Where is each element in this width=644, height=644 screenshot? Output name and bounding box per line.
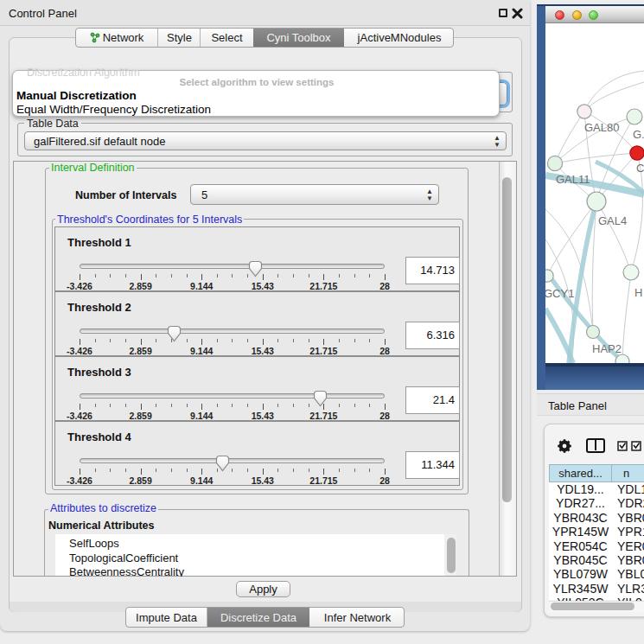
table-data-combo[interactable]: galFiltered.sif default node ▲▼ — [24, 131, 507, 150]
svg-text:C: C — [636, 162, 644, 175]
cytoscape-screen: Control Panel Network Style Select Cyni … — [0, 0, 644, 644]
float-icon[interactable] — [499, 9, 507, 17]
popup-equal[interactable]: Equal Width/Frequency Discretization — [16, 103, 211, 116]
vscroll-thumb — [502, 177, 512, 502]
threshold-1: Threshold 1-3.4262.8599.14415.4321.71528… — [54, 226, 460, 291]
network-window: GAL80 G.. C GAL11 GAL4 GCY1 H HAP2 — [537, 4, 644, 390]
apply-button[interactable]: Apply — [236, 581, 290, 597]
network-titlebar — [545, 6, 644, 23]
close-icon[interactable] — [512, 8, 523, 19]
split-icon[interactable] — [586, 438, 605, 453]
svg-text:GAL80: GAL80 — [584, 121, 619, 134]
table-panel-titlebar: Table Panel — [537, 393, 644, 416]
threshold-2: Threshold 2-3.4262.8599.14415.4321.71528… — [54, 291, 460, 356]
intervals-combo[interactable]: 5 ▲▼ — [190, 184, 439, 205]
tab-style[interactable]: Style — [159, 29, 201, 48]
svg-text:H: H — [634, 286, 642, 299]
tab-network[interactable]: Network — [76, 29, 158, 48]
tab-jactive[interactable]: jActiveMNodules — [344, 29, 454, 48]
svg-text:GAL11: GAL11 — [556, 173, 590, 186]
tab-infer[interactable]: Infer Network — [309, 608, 405, 628]
svg-text:HAP2: HAP2 — [592, 342, 622, 355]
popup-manual[interactable]: Manual Discretization — [16, 89, 137, 102]
bottom-tabs: Impute Data Discretize Data Infer Networ… — [125, 607, 405, 628]
tab-cyni[interactable]: Cyni Toolbox — [253, 29, 344, 48]
node-table: shared... n YDL19...YDR27...YBR043CYPR14… — [549, 464, 644, 600]
table-panel: shared... n YDL19...YDR27...YBR043CYPR14… — [544, 424, 644, 617]
network-canvas: GAL80 G.. C GAL11 GAL4 GCY1 H HAP2 — [545, 23, 644, 363]
tab-select[interactable]: Select — [201, 29, 252, 48]
tab-impute[interactable]: Impute Data — [126, 608, 207, 628]
gear-icon[interactable] — [557, 438, 572, 454]
threshold-4: Threshold 4-3.4262.8599.14415.4321.71528… — [54, 421, 460, 486]
top-tabs: Network Style Select Cyni Toolbox jActiv… — [75, 28, 454, 48]
numerical-list: SelfLoopsTopologicalCoefficientBetweenne… — [55, 534, 444, 576]
check-icons — [617, 441, 643, 451]
svg-text:GAL4: GAL4 — [598, 214, 627, 227]
tab-discretize[interactable]: Discretize Data — [207, 608, 309, 628]
svg-text:G..: G.. — [633, 128, 644, 141]
threshold-3: Threshold 3-3.4262.8599.14415.4321.71528… — [54, 356, 460, 421]
control-panel-titlebar: Control Panel — [0, 0, 530, 26]
svg-text:GCY1: GCY1 — [545, 287, 574, 300]
